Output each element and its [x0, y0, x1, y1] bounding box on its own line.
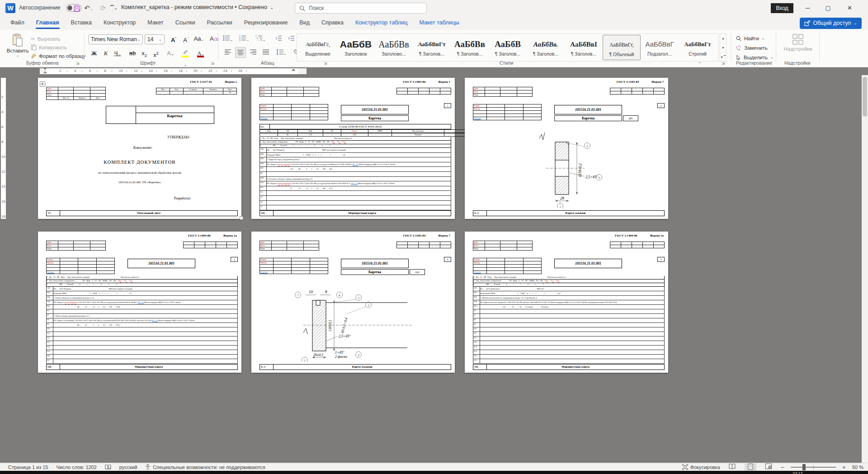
close-button[interactable]: ✕ — [840, 0, 860, 16]
save-icon[interactable] — [71, 3, 82, 14]
horizontal-ruler[interactable]: 2468101214161820222426 — [0, 67, 868, 75]
text-effects-button[interactable]: А⌄ — [165, 48, 176, 59]
accessibility-status[interactable]: Специальные возможности: не поддерживают… — [145, 464, 265, 470]
font-color-button[interactable]: А⌄ — [195, 48, 206, 59]
redo-icon[interactable]: ⟳ — [98, 3, 108, 14]
style-item[interactable]: АаБбВвЗаголово... — [375, 35, 413, 60]
format-painter-button[interactable]: Формат по образцу — [31, 52, 85, 60]
paragraph-dialog-launcher-icon[interactable]: ⇲ — [324, 61, 327, 66]
line-spacing-button[interactable]: ⌄ — [276, 47, 287, 58]
tab-10[interactable]: Конструктор таблиц — [349, 16, 413, 30]
tab-2[interactable]: Вставка — [65, 16, 98, 30]
table-move-handle-icon[interactable]: ✛ — [40, 81, 45, 87]
search-input[interactable]: Поиск — [295, 3, 427, 14]
tab-6[interactable]: Рассылки — [201, 16, 238, 30]
style-item[interactable]: АаБбВвІ¶ Заголов... — [565, 35, 603, 60]
word-app-icon[interactable]: W — [5, 3, 15, 13]
tab-1[interactable]: Главная — [30, 16, 65, 30]
styles-dialog-launcher-icon[interactable]: ⇲ — [722, 61, 725, 66]
cut-button[interactable]: ✂Вырезать — [31, 34, 85, 43]
tab-8[interactable]: Вид — [293, 16, 316, 30]
word-count[interactable]: Число слов: 1202 — [57, 465, 97, 470]
align-left-button[interactable] — [222, 47, 233, 58]
styles-gallery-scroll[interactable]: ▲ ▼ ▼▔ — [720, 33, 726, 62]
align-right-button[interactable] — [248, 47, 259, 58]
underline-button[interactable]: Ч⌄ — [112, 48, 123, 59]
tab-7[interactable]: Рецензирование — [238, 16, 294, 30]
document-page-6[interactable]: ГОСТ 3.1404-86Форма 1аДубл.Взам.Подп.5Ра… — [465, 232, 668, 373]
zoom-in-button[interactable]: + — [842, 464, 846, 471]
style-item[interactable]: АаБбВв.¶ Заголов... — [527, 35, 565, 60]
zoom-slider[interactable] — [791, 467, 836, 468]
superscript-button[interactable]: x2 — [151, 48, 161, 59]
copy-button[interactable]: Копировать — [31, 43, 85, 52]
web-layout-button[interactable] — [763, 464, 774, 471]
font-size-select[interactable]: 14⌄ — [145, 34, 165, 44]
minimize-button[interactable]: ─ — [797, 0, 818, 16]
find-button[interactable]: Найти⌄ — [736, 33, 774, 43]
print-layout-button[interactable] — [745, 464, 756, 471]
decrease-indent-button[interactable] — [273, 33, 284, 44]
style-item[interactable]: АаБбВвГг,Выделение — [299, 35, 337, 60]
shrink-font-button[interactable]: Аˇ — [180, 33, 191, 44]
gallery-down-icon[interactable]: ▼ — [720, 43, 726, 53]
font-dialog-launcher-icon[interactable]: ⇲ — [211, 61, 214, 66]
style-item[interactable]: АаБбВв¶ Заголов... — [451, 35, 489, 60]
read-mode-button[interactable] — [726, 464, 738, 471]
bold-button[interactable]: Ж — [89, 48, 99, 59]
document-title[interactable]: Комплект_каретка - режим совместимости •… — [121, 4, 274, 10]
quick-access-customize-icon[interactable]: ▔⌄ — [108, 3, 119, 14]
tab-3[interactable]: Конструктор — [98, 16, 142, 30]
table-resize-handle[interactable] — [240, 216, 243, 220]
style-item[interactable]: АаБбВвГг,¶ Обычный — [603, 35, 641, 60]
zoom-out-button[interactable]: − — [781, 464, 784, 471]
tab-5[interactable]: Ссылки — [170, 16, 201, 30]
numbered-list-button[interactable]: 123⌄ — [239, 33, 250, 44]
increase-indent-button[interactable] — [286, 33, 297, 44]
page-count[interactable]: Страница 1 из 15 — [8, 465, 48, 470]
style-item[interactable]: АаБбВвГтСтрогий — [679, 35, 717, 60]
share-button[interactable]: Общий доступ ⌄ — [800, 18, 862, 29]
align-center-button[interactable] — [235, 47, 246, 58]
collapse-ribbon-icon[interactable]: ⌃ — [698, 62, 702, 66]
style-item[interactable]: АаБбВ¶ Заголов... — [489, 35, 527, 60]
addins-button[interactable]: Надстройки — [780, 33, 816, 62]
highlight-button[interactable]: ⌄ — [180, 48, 191, 59]
style-item[interactable]: АаБбВвГПодзагол... — [641, 35, 679, 60]
zoom-slider-thumb[interactable] — [802, 464, 806, 470]
language-status[interactable]: русский — [119, 465, 137, 470]
document-page-4[interactable]: ГОСТ 3.1404-86Форма 1аДубл.Взам.Подп.3Ра… — [38, 232, 241, 373]
tab-11[interactable]: Макет таблицы — [413, 16, 465, 30]
document-page-5[interactable]: ГОСТ 3.1105-84Форма 7Дубл.Взам.Подп.4Раз… — [251, 232, 455, 373]
grow-font-button[interactable]: Аˆ — [168, 33, 179, 44]
replace-button[interactable]: bc Заменить — [736, 43, 774, 52]
clipboard-dialog-launcher-icon[interactable]: ⇲ — [76, 61, 80, 66]
subscript-button[interactable]: x2 — [139, 48, 150, 59]
tab-9[interactable]: Справка — [316, 16, 349, 30]
justify-button[interactable] — [260, 47, 271, 58]
strikethrough-button[interactable]: ab — [127, 48, 138, 59]
font-name-select[interactable]: Times New Roman⌄ — [89, 34, 143, 44]
scrollbar-thumb[interactable] — [863, 77, 867, 117]
indent-marker-icon[interactable] — [43, 68, 47, 75]
zoom-percent[interactable]: 50 % — [852, 465, 863, 470]
bullet-list-button[interactable]: ⌄ — [222, 33, 233, 44]
document-page-1[interactable]: ГОСТ 3.1117-81Форма 2Дубл.Взам.Подп.Инв.… — [38, 78, 241, 219]
windows-taskbar-edge[interactable]: 23:17 — [0, 471, 868, 474]
sign-in-button[interactable]: Вход — [771, 3, 793, 13]
style-item[interactable]: АаБбВвГт¶ Заголов... — [413, 35, 451, 60]
style-item[interactable]: АаБбВЗаголовок — [337, 35, 375, 60]
focus-mode-button[interactable]: Фокусировка — [682, 464, 720, 470]
tab-file[interactable]: Файл — [5, 16, 30, 30]
proofing-icon[interactable] — [105, 465, 111, 470]
document-canvas[interactable]: ГОСТ 3.1117-81Форма 2Дубл.Взам.Подп.Инв.… — [0, 75, 868, 463]
multilevel-list-button[interactable]: 1ai⌄ — [255, 33, 266, 44]
paste-button[interactable]: Вставить⌄ — [6, 33, 29, 62]
document-page-2[interactable]: ГОСТ 3.1404-86Форма 1Дубл.Взам.Подп.1Раз… — [251, 78, 455, 219]
gallery-up-icon[interactable]: ▲ — [720, 34, 726, 43]
change-case-button[interactable]: Aa⌄ — [193, 33, 204, 44]
maximize-button[interactable]: ▢ — [818, 0, 838, 16]
undo-icon[interactable]: ↶⌄ — [83, 3, 94, 14]
tab-4[interactable]: Макет — [142, 16, 169, 30]
right-indent-marker-icon[interactable] — [292, 68, 295, 71]
